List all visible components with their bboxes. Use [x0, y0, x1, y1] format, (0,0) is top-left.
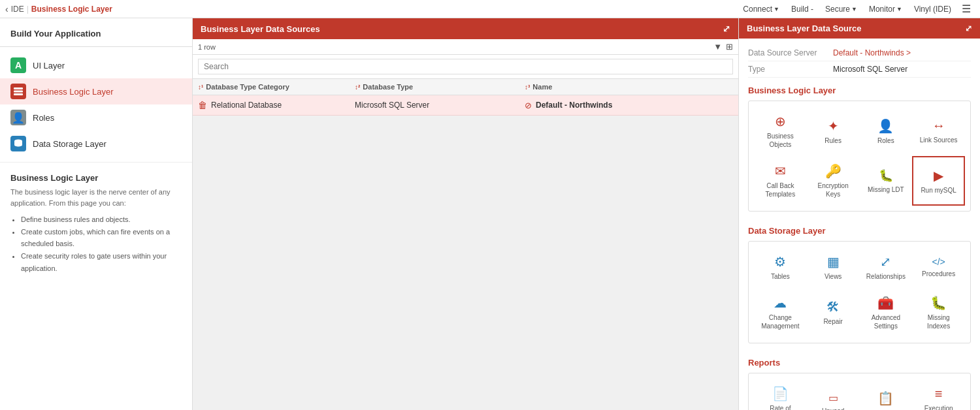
ds-change-management[interactable]: ☁ ChangeManagement — [754, 288, 807, 338]
back-button[interactable]: ‹ — [5, 4, 8, 14]
layout-icon[interactable]: ⊞ — [726, 42, 733, 52]
table-header: ↕¹ Database Type Category ↕² Database Ty… — [193, 79, 738, 95]
sidebar-item-label-bll: Business Logic Layer — [33, 87, 114, 97]
server-value[interactable]: Default - Northwinds > — [833, 48, 911, 57]
ds-advanced-settings[interactable]: 🧰 AdvancedSettings — [860, 288, 913, 338]
build-nav[interactable]: Build - — [786, 2, 819, 16]
ds-procedures[interactable]: </> Procedures — [912, 247, 965, 288]
ui-layer-icon: A — [10, 57, 26, 73]
right-panel-title: Business Layer Data Source — [747, 24, 862, 33]
sidebar-item-ui[interactable]: A UI Layer — [0, 52, 192, 78]
right-panel-body: Data Source Server Default - Northwinds … — [739, 39, 980, 410]
report-execution-doc[interactable]: ≡ ExecutionDoc — [912, 379, 965, 410]
ds-missing-indexes[interactable]: 🐛 MissingIndexes — [912, 288, 965, 338]
col-label-2: Database Type — [363, 83, 413, 91]
sidebar-item-bll[interactable]: Business Logic Layer — [0, 78, 192, 104]
sidebar-item-roles[interactable]: 👤 Roles — [0, 104, 192, 131]
right-panel: Business Layer Data Source ⤢ Data Source… — [738, 18, 980, 410]
ds-repair[interactable]: 🛠 Repair — [807, 288, 860, 338]
info-server-row: Data Source Server Default - Northwinds … — [748, 45, 971, 61]
ds-relationships[interactable]: ⤢ Relationships — [860, 247, 913, 288]
execution-doc-label: ExecutionDoc — [924, 404, 953, 411]
missing-ldt-icon: 🐛 — [879, 168, 893, 183]
monitor-nav[interactable]: Monitor ▼ — [864, 2, 907, 16]
right-expand-icon[interactable]: ⤢ — [965, 24, 972, 33]
link-sources-icon: ↔ — [932, 118, 945, 133]
bll-business-objects[interactable]: ⊕ BusinessObjects — [754, 106, 807, 156]
views-icon: ▦ — [827, 254, 840, 270]
nav-right: Connect ▼ Build - Secure ▼ Monitor ▼ Vin… — [738, 0, 975, 18]
col-sort-2: ↕² — [355, 84, 360, 91]
desc-intro: The business logic layer is the nerve ce… — [10, 187, 182, 208]
hamburger-icon[interactable]: ☰ — [958, 0, 975, 18]
panel-toolbar: 1 row ▼ ⊞ — [193, 39, 738, 55]
data-storage-section-box: ⚙ Tables ▦ Views ⤢ Relationships </> Pro… — [748, 241, 971, 343]
unused-icon: ▭ — [828, 392, 838, 404]
tables-icon: ⚙ — [774, 254, 786, 270]
svg-rect-2 — [14, 93, 23, 95]
col-label-1: Database Type Category — [206, 83, 289, 91]
bll-missing-ldt[interactable]: 🐛 Missing LDT — [860, 156, 913, 206]
repair-icon: 🛠 — [826, 300, 840, 315]
cell-col1-value: Relational Database — [211, 101, 282, 110]
page-title: Business Logic Layer — [31, 5, 112, 14]
bll-roles-label: Roles — [877, 136, 894, 145]
vinyl-nav[interactable]: Vinyl (IDE) — [909, 2, 956, 16]
bll-callback[interactable]: ✉ Call BackTemplates — [754, 156, 807, 206]
filter-icon[interactable]: ▼ — [713, 42, 722, 52]
sidebar-item-data[interactable]: Data Storage Layer — [0, 131, 192, 157]
business-objects-icon: ⊕ — [775, 114, 786, 129]
table-row[interactable]: 🗑 Relational Database Microsoft SQL Serv… — [193, 95, 738, 116]
report-unused[interactable]: ▭ Unused — [807, 379, 860, 410]
data-storage-section-title: Data Storage Layer — [748, 218, 971, 241]
bll-encryption[interactable]: 🔑 EncryptionKeys — [807, 156, 860, 206]
search-bar — [193, 55, 738, 79]
sidebar-description: Business Logic Layer The business logic … — [0, 162, 192, 285]
desc-item-2: Create custom jobs, which can fire event… — [21, 226, 182, 250]
report-rate-of-change[interactable]: 📄 Rate ofChange — [754, 379, 807, 410]
col-header-3: ↕³ Name — [525, 83, 733, 91]
encryption-label: EncryptionKeys — [818, 181, 849, 198]
relationships-label: Relationships — [866, 272, 906, 281]
desc-title: Business Logic Layer — [10, 173, 182, 183]
business-objects-label: BusinessObjects — [767, 132, 794, 149]
nav-left: ‹ IDE | Business Logic Layer — [5, 4, 112, 14]
bll-rules[interactable]: ✦ Rules — [807, 106, 860, 156]
info-type-row: Type Microsoft SQL Server — [748, 61, 971, 78]
bll-section-title: Business Logic Layer — [748, 78, 971, 101]
bll-section-box: ⊕ BusinessObjects ✦ Rules 👤 Roles ↔ Link… — [748, 101, 971, 212]
sidebar-item-label-data: Data Storage Layer — [33, 139, 106, 149]
bll-roles[interactable]: 👤 Roles — [860, 106, 913, 156]
bll-link-sources[interactable]: ↔ Link Sources — [912, 106, 965, 156]
center-panel-title: Business Layer Data Sources — [201, 24, 320, 34]
reports-section-title: Reports — [748, 350, 971, 373]
report-doc[interactable]: 📋 Doc — [860, 379, 913, 410]
connect-nav[interactable]: Connect ▼ — [738, 2, 785, 16]
bll-run-mysql[interactable]: ▶ Run mySQL — [912, 156, 965, 206]
run-mysql-icon: ▶ — [934, 168, 943, 183]
expand-icon[interactable]: ⤢ — [723, 24, 730, 34]
bll-icon-grid: ⊕ BusinessObjects ✦ Rules 👤 Roles ↔ Link… — [754, 106, 965, 206]
left-sidebar: Build Your Application A UI Layer Busine… — [0, 18, 193, 410]
bll-icon — [10, 84, 26, 99]
center-panel-header: Business Layer Data Sources ⤢ — [193, 18, 738, 39]
secure-nav[interactable]: Secure ▼ — [820, 2, 862, 16]
procedures-label: Procedures — [922, 270, 955, 278]
ds-views[interactable]: ▦ Views — [807, 247, 860, 288]
missing-ldt-label: Missing LDT — [868, 185, 904, 194]
sidebar-item-label-ui: UI Layer — [33, 61, 65, 71]
ide-label: IDE — [11, 5, 24, 14]
execution-doc-icon: ≡ — [935, 386, 943, 402]
desc-item-3: Create security roles to gate users with… — [21, 250, 182, 274]
type-label: Type — [748, 65, 833, 74]
center-panel: Business Layer Data Sources ⤢ 1 row ▼ ⊞ … — [193, 18, 738, 410]
ds-tables[interactable]: ⚙ Tables — [754, 247, 807, 288]
repair-label: Repair — [823, 317, 842, 326]
row-delete-icon[interactable]: 🗑 — [198, 100, 207, 110]
search-input[interactable] — [198, 59, 733, 74]
tables-label: Tables — [771, 272, 790, 281]
procedures-icon: </> — [932, 257, 945, 267]
cell-col3-value: Default - Northwinds — [536, 101, 612, 110]
data-storage-icon-grid: ⚙ Tables ▦ Views ⤢ Relationships </> Pro… — [754, 247, 965, 338]
unused-label: Unused — [822, 407, 844, 410]
